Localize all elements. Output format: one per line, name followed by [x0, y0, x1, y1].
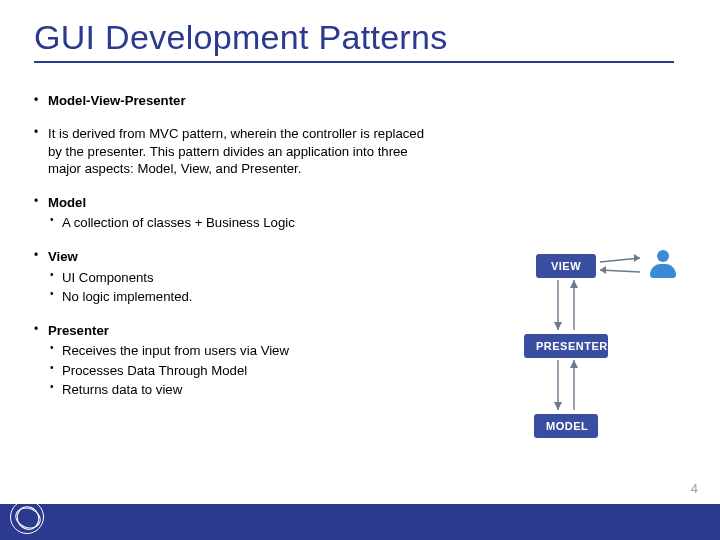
svg-marker-1 — [634, 254, 640, 262]
bullet-model-s0: A collection of classes + Business Logic — [48, 213, 424, 232]
svg-marker-3 — [600, 266, 606, 274]
user-icon — [646, 248, 680, 282]
svg-marker-9 — [554, 402, 562, 410]
diagram-node-presenter: PRESENTER — [524, 334, 608, 358]
bullet-presenter-s0: Receives the input from users via View — [48, 341, 424, 360]
bullet-model-head: Model — [48, 195, 86, 210]
bullet-view-head: View — [48, 249, 78, 264]
diagram-node-model: MODEL — [534, 414, 598, 438]
slide: GUI Development Patterns Model-View-Pres… — [0, 0, 720, 540]
bullet-presenter: Presenter Receives the input from users … — [34, 322, 424, 399]
bullet-view: View UI Components No logic implemented. — [34, 248, 424, 306]
bullet-presenter-s1: Processes Data Through Model — [48, 361, 424, 380]
bullet-view-s1: No logic implemented. — [48, 287, 424, 306]
footer-bar — [0, 504, 720, 540]
bullet-model-sub: A collection of classes + Business Logic — [48, 213, 424, 232]
bullet-mvp-name: Model-View-Presenter — [34, 92, 424, 109]
svg-marker-11 — [570, 360, 578, 368]
cern-logo-icon — [10, 500, 44, 534]
svg-marker-5 — [554, 322, 562, 330]
bullet-description: It is derived from MVC pattern, wherein … — [34, 125, 424, 177]
bullet-presenter-head: Presenter — [48, 323, 109, 338]
page-number: 4 — [691, 481, 698, 496]
mvp-diagram: VIEW PRESENTER MODEL — [436, 248, 706, 458]
bullet-list: Model-View-Presenter It is derived from … — [34, 92, 424, 399]
bullet-presenter-s2: Returns data to view — [48, 380, 424, 399]
diagram-node-view: VIEW — [536, 254, 596, 278]
bullet-presenter-sub: Receives the input from users via View P… — [48, 341, 424, 398]
slide-title: GUI Development Patterns — [0, 0, 720, 61]
bullet-view-sub: UI Components No logic implemented. — [48, 268, 424, 306]
title-rule — [34, 61, 674, 63]
bullet-model: Model A collection of classes + Business… — [34, 194, 424, 233]
svg-marker-7 — [570, 280, 578, 288]
bullet-view-s0: UI Components — [48, 268, 424, 287]
content-area: Model-View-Presenter It is derived from … — [34, 92, 424, 415]
